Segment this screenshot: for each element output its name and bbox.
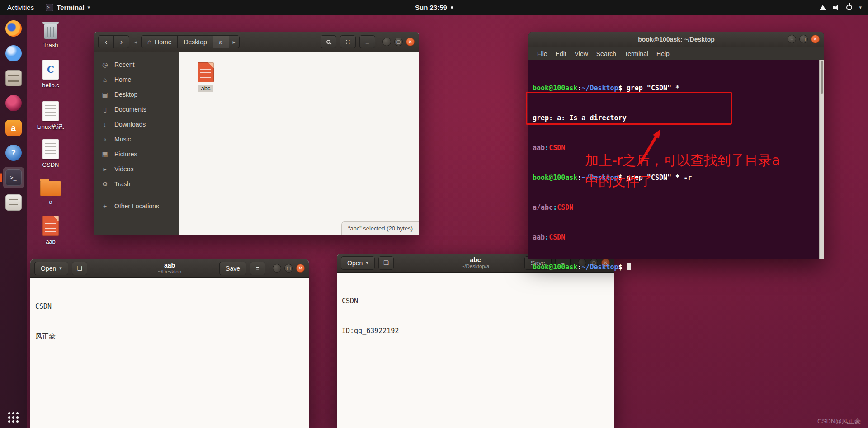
menu-edit[interactable]: Edit	[552, 50, 571, 57]
new-document-button[interactable]: ❏	[72, 262, 87, 275]
show-applications-button[interactable]	[7, 411, 19, 423]
terminal-menubar: File Edit View Search Terminal Help	[528, 47, 824, 60]
desktop-icon-hello-c[interactable]: C hello.c	[28, 60, 73, 89]
desktop-icon-linux-notes[interactable]: Linux笔记.	[28, 101, 73, 130]
sidebar-item-desktop[interactable]: ▤Desktop	[94, 87, 179, 102]
chevron-down-icon: ▾	[366, 260, 368, 266]
dock-item-terminal[interactable]: >_	[3, 167, 24, 188]
path-next-icon[interactable]: ▸	[229, 35, 240, 48]
close-button[interactable]: ✕	[406, 38, 415, 46]
sidebar-item-recent[interactable]: ◷Recent	[94, 57, 179, 72]
prompt-user: book@100ask	[533, 263, 577, 271]
grep-filename: a/abc	[533, 203, 553, 212]
firefox-icon	[5, 20, 22, 37]
sidebar-item-label: Home	[114, 76, 131, 83]
new-document-button[interactable]: ❏	[378, 256, 394, 270]
forward-button[interactable]: ›	[113, 35, 129, 48]
sidebar-item-other-locations[interactable]: +Other Locations	[94, 198, 179, 213]
text-editor-content[interactable]: CSDN 风正豪	[30, 278, 309, 428]
files-headerbar[interactable]: ‹ › ◂ ⌂ Home Desktop a ▸ ∷ ≡ − ▢ ✕	[94, 32, 419, 52]
file-item-abc[interactable]: abc	[191, 62, 220, 92]
sidebar-item-home[interactable]: ⌂Home	[94, 72, 179, 87]
sidebar-item-videos[interactable]: ▸Videos	[94, 161, 179, 176]
maximize-button[interactable]: ▢	[284, 264, 293, 273]
desktop-icon-folder-a[interactable]: a	[28, 176, 73, 205]
open-button[interactable]: Open ▾	[34, 262, 68, 275]
close-button[interactable]: ✕	[811, 35, 820, 43]
gedit-menu-button[interactable]: ≡	[250, 262, 265, 275]
menu-search[interactable]: Search	[592, 50, 620, 57]
dock-item-firefox[interactable]	[3, 18, 24, 39]
desktop-icon-label: aab	[46, 239, 56, 245]
top-bar: Activities >_ Terminal ▾ Sun 23:59 ▾	[0, 0, 868, 15]
dock-item-web-browser[interactable]	[3, 42, 24, 64]
dock-item-help[interactable]: ?	[3, 142, 24, 164]
file-label: abc	[198, 85, 214, 92]
grid-dot	[8, 412, 10, 414]
grep-filename: aab	[533, 144, 545, 152]
activities-button[interactable]: Activities	[0, 0, 41, 15]
open-button-label: Open	[41, 265, 56, 272]
files-content-area[interactable]: abc “abc” selected (20 bytes)	[179, 52, 419, 235]
dock-item-files[interactable]	[3, 67, 24, 89]
desktop-icon-csdn[interactable]: CSDN	[28, 139, 73, 168]
clock[interactable]: Sun 23:59	[415, 0, 453, 15]
desktop-icon-aab[interactable]: aab	[28, 216, 73, 245]
gedit-headerbar[interactable]: Open ▾ ❏ aab ~/Desktop Save ≡ − ▢ ✕	[30, 259, 309, 278]
text-editor-icon	[5, 194, 22, 211]
scrollbar[interactable]	[819, 60, 824, 259]
desktop-icon-label: Trash	[43, 42, 58, 48]
headerbar-right: Save ≡ − ▢ ✕	[219, 262, 305, 275]
sidebar-item-trash[interactable]: ♻Trash	[94, 176, 179, 191]
menu-view[interactable]: View	[571, 50, 592, 57]
sidebar-item-pictures[interactable]: ▦Pictures	[94, 146, 179, 161]
terminal-titlebar[interactable]: book@100ask: ~/Desktop − ▢ ✕	[528, 32, 824, 47]
power-icon	[846, 5, 852, 10]
save-button[interactable]: Save	[219, 262, 246, 275]
sidebar-item-label: Music	[114, 136, 131, 143]
system-tray[interactable]: ▾	[820, 0, 868, 15]
breadcrumb-desktop[interactable]: Desktop	[177, 35, 213, 48]
minimize-button[interactable]: −	[382, 38, 391, 46]
files-window: ‹ › ◂ ⌂ Home Desktop a ▸ ∷ ≡ − ▢ ✕	[94, 32, 419, 235]
breadcrumb-current[interactable]: a	[213, 35, 229, 48]
close-button[interactable]: ✕	[296, 264, 305, 273]
breadcrumb-home[interactable]: ⌂ Home	[141, 35, 178, 48]
prompt-path: ~/Desktop	[581, 84, 618, 92]
back-button[interactable]: ‹	[98, 35, 114, 48]
maximize-button[interactable]: ▢	[394, 38, 403, 46]
path-scroll-left-icon[interactable]: ◂	[134, 39, 137, 45]
document-file-icon	[42, 139, 59, 159]
dock-item-text-editor[interactable]	[3, 192, 24, 213]
menu-terminal[interactable]: Terminal	[620, 50, 652, 57]
window-title: abc ~/Desktop/a	[462, 256, 490, 269]
maximize-button[interactable]: ▢	[799, 35, 808, 43]
top-bar-left: Activities >_ Terminal ▾	[0, 0, 94, 15]
menu-help[interactable]: Help	[652, 50, 674, 57]
text-editor-content[interactable]: CSDN ID:qq_63922192	[337, 273, 614, 428]
minimize-button[interactable]: −	[273, 264, 281, 273]
grep-separator: :	[545, 144, 549, 152]
grep-match: CSDN	[557, 203, 573, 212]
open-button[interactable]: Open ▾	[341, 256, 375, 270]
desktop-icon-trash[interactable]: Trash	[28, 22, 73, 48]
sidebar-item-label: Other Locations	[114, 202, 159, 210]
dock: a ? >_	[0, 15, 27, 428]
sidebar-item-music[interactable]: ♪Music	[94, 132, 179, 146]
scrollbar-thumb[interactable]	[821, 61, 823, 94]
search-button[interactable]	[321, 35, 336, 48]
breadcrumb: ⌂ Home Desktop a ▸	[141, 35, 240, 48]
sidebar-item-downloads[interactable]: ↓Downloads	[94, 117, 179, 132]
focused-app-menu[interactable]: >_ Terminal ▾	[41, 0, 94, 15]
c-language-glyph: C	[42, 60, 59, 80]
menu-file[interactable]: File	[533, 50, 552, 57]
view-toggle-button[interactable]: ∷	[340, 35, 356, 48]
pictures-icon: ▦	[101, 151, 109, 158]
dock-item-media-player[interactable]	[3, 92, 24, 114]
terminal-line: book@100ask:~/Desktop$	[533, 262, 819, 272]
prompt-user: book@100ask	[533, 174, 577, 182]
dock-item-amazon[interactable]: a	[3, 117, 24, 139]
sidebar-item-documents[interactable]: ▯Documents	[94, 102, 179, 117]
minimize-button[interactable]: −	[788, 35, 796, 43]
files-menu-button[interactable]: ≡	[359, 35, 375, 48]
